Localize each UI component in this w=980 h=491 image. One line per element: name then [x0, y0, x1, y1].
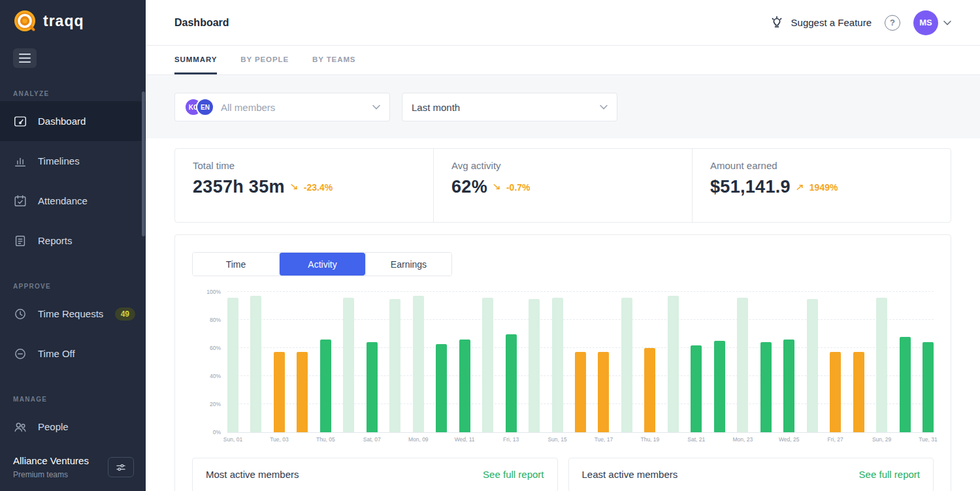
chart-bar[interactable]: [668, 296, 679, 432]
sidebar-item-timelines[interactable]: Timelines: [0, 141, 146, 181]
traqq-logo-icon: [13, 9, 37, 33]
report-card-title: Least active members: [582, 469, 678, 480]
filters-bar: KC EN All members Last month: [146, 75, 980, 138]
suggest-feature-button[interactable]: Suggest a Feature: [769, 15, 872, 31]
sidebar-item-people[interactable]: People: [0, 407, 146, 447]
stat-value: $51,141.9: [710, 177, 791, 197]
chart-metric-tabs: Time Activity Earnings: [192, 252, 452, 276]
hamburger-icon: [19, 54, 31, 63]
chart-bar[interactable]: [343, 298, 354, 432]
chart-bar[interactable]: [783, 340, 794, 432]
stat-amount-earned: Amount earned $51,141.9 1949%: [692, 149, 951, 222]
sidebar-nav: Dashboard Timelines Attendance: [0, 101, 146, 261]
chart-card: Time Activity Earnings 0%20%40%60%80%100…: [174, 234, 951, 491]
page-title: Dashboard: [174, 17, 229, 29]
section-label-analyze: ANALYZE: [0, 90, 146, 97]
stat-label: Total time: [193, 160, 433, 171]
attendance-icon: [13, 194, 27, 208]
sidebar-nav-approve: Time Requests 49 Time Off: [0, 294, 146, 373]
chart-bar[interactable]: [320, 340, 331, 432]
timelines-icon: [13, 154, 27, 168]
sidebar-collapse-button[interactable]: [13, 48, 37, 68]
tab-summary[interactable]: SUMMARY: [174, 46, 217, 74]
trend-up-icon: [795, 182, 805, 192]
chart-bar[interactable]: [853, 352, 864, 432]
chart-bar[interactable]: [250, 296, 261, 432]
help-button[interactable]: ?: [885, 15, 900, 31]
chart-tab-time[interactable]: Time: [193, 253, 279, 276]
chart-bar[interactable]: [297, 352, 308, 432]
chart-bar[interactable]: [436, 344, 447, 432]
nav-label: Dashboard: [38, 116, 86, 127]
stats-card: Total time 2357h 35m -23.4% Avg activity…: [174, 148, 951, 223]
chart-bar[interactable]: [274, 352, 285, 432]
nav-label: Time Requests: [38, 308, 103, 319]
chart-bar[interactable]: [482, 298, 493, 432]
see-full-report-link[interactable]: See full report: [483, 469, 544, 480]
stat-avg-activity: Avg activity 62% -0.7%: [433, 149, 692, 222]
members-filter-select[interactable]: KC EN All members: [174, 93, 390, 121]
chart-bar[interactable]: [737, 298, 748, 432]
x-axis-tick-label: Sat, 07: [363, 436, 381, 443]
section-label-approve: APPROVE: [0, 283, 146, 290]
user-menu[interactable]: MS: [913, 10, 951, 35]
period-filter-select[interactable]: Last month: [402, 93, 617, 121]
chart-bar[interactable]: [367, 342, 378, 432]
chart-bar[interactable]: [807, 299, 818, 432]
sidebar-scrollbar[interactable]: [142, 91, 145, 236]
tab-by-teams[interactable]: BY TEAMS: [312, 46, 355, 74]
chart-bar[interactable]: [644, 348, 655, 432]
workspace-settings-button[interactable]: [108, 457, 134, 477]
trend-down-icon: [289, 182, 299, 192]
see-full-report-link[interactable]: See full report: [859, 469, 920, 480]
sidebar-item-attendance[interactable]: Attendance: [0, 181, 146, 221]
sidebar-item-time-requests[interactable]: Time Requests 49: [0, 294, 146, 334]
chart-bar[interactable]: [621, 298, 632, 432]
section-label-manage: MANAGE: [0, 396, 146, 403]
x-axis-tick-label: Fri, 27: [828, 436, 843, 443]
chart-bar[interactable]: [552, 298, 563, 432]
chart-bar[interactable]: [900, 337, 911, 432]
chart-x-axis: Sun, 01Tue, 03Thu, 05Sat, 07Mon, 09Wed, …: [227, 433, 934, 445]
y-axis-tick-label: 40%: [192, 373, 221, 379]
chart-bar[interactable]: [923, 342, 934, 432]
chart-bar[interactable]: [598, 352, 609, 432]
chevron-down-icon: [943, 20, 951, 25]
x-axis-tick-label: Wed, 25: [779, 436, 800, 443]
stat-total-time: Total time 2357h 35m -23.4%: [175, 149, 433, 222]
time-requests-icon: [13, 307, 27, 321]
chart-bar[interactable]: [830, 352, 841, 432]
nav-label: People: [38, 421, 69, 432]
app-logo[interactable]: traqq: [0, 0, 146, 33]
chart-tab-earnings[interactable]: Earnings: [365, 253, 451, 276]
sidebar-item-time-off[interactable]: Time Off: [0, 334, 146, 373]
y-axis-tick-label: 100%: [192, 289, 221, 295]
chart-bar[interactable]: [413, 296, 424, 432]
chart-bar[interactable]: [227, 298, 238, 432]
period-filter-value: Last month: [412, 102, 460, 113]
chevron-down-icon: [600, 104, 608, 110]
chart-bar[interactable]: [389, 299, 400, 432]
chart-bar[interactable]: [459, 340, 470, 432]
chart-tab-activity[interactable]: Activity: [279, 253, 365, 276]
stat-value: 62%: [451, 177, 487, 197]
chart-bar[interactable]: [691, 345, 702, 432]
tab-by-people[interactable]: BY PEOPLE: [240, 46, 289, 74]
reports-row: Most active members See full report Leas…: [192, 458, 934, 491]
chart-bar[interactable]: [876, 298, 887, 432]
chart-bar[interactable]: [714, 341, 725, 432]
nav-label: Attendance: [38, 195, 88, 206]
chart-bar[interactable]: [760, 342, 772, 432]
x-axis-tick-label: Fri, 13: [503, 436, 519, 443]
sidebar-item-reports[interactable]: Reports: [0, 221, 146, 261]
sidebar-item-dashboard[interactable]: Dashboard: [0, 101, 146, 141]
report-card-most-active: Most active members See full report: [192, 458, 558, 491]
sliders-icon: [115, 462, 127, 473]
activity-bar-chart: 0%20%40%60%80%100% Sun, 01Tue, 03Thu, 05…: [192, 292, 934, 445]
x-axis-tick-label: Tue, 03: [270, 436, 289, 443]
workspace-switcher[interactable]: Alliance Ventures Premium teams: [0, 446, 146, 491]
chart-bar[interactable]: [529, 299, 540, 432]
chart-bar[interactable]: [506, 334, 517, 433]
chart-bar[interactable]: [575, 352, 586, 432]
user-avatar: MS: [913, 10, 938, 35]
